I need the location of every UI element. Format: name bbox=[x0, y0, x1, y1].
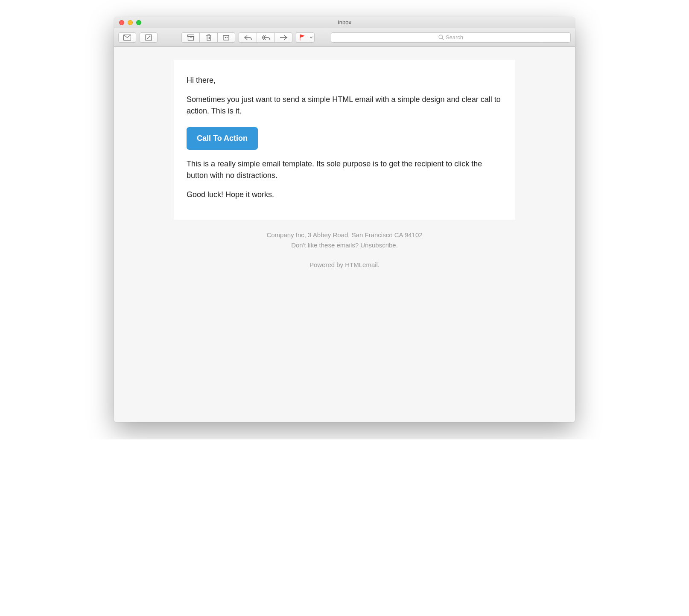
window-controls bbox=[114, 20, 141, 25]
unsubscribe-link[interactable]: Unsubscribe bbox=[360, 241, 396, 249]
email-greeting: Hi there, bbox=[187, 75, 502, 86]
titlebar: Inbox bbox=[114, 17, 575, 28]
search-placeholder: Search bbox=[446, 34, 463, 41]
window-title: Inbox bbox=[338, 19, 351, 26]
email-body: Hi there, Sometimes you just want to sen… bbox=[174, 60, 515, 220]
svg-line-8 bbox=[442, 38, 444, 40]
close-window-button[interactable] bbox=[119, 20, 124, 25]
mail-window: Inbox bbox=[114, 17, 575, 422]
toolbar: Search bbox=[114, 28, 575, 47]
minimize-window-button[interactable] bbox=[128, 20, 133, 25]
junk-button[interactable] bbox=[217, 32, 235, 43]
delete-button[interactable] bbox=[199, 32, 217, 43]
forward-icon bbox=[280, 35, 287, 40]
reply-icon bbox=[244, 35, 252, 40]
svg-point-7 bbox=[439, 35, 443, 39]
unsub-prefix: Don't like these emails? bbox=[291, 241, 360, 249]
reply-all-icon bbox=[262, 35, 270, 40]
powered-prefix: Powered by bbox=[309, 261, 345, 268]
svg-rect-5 bbox=[224, 35, 229, 40]
unsub-suffix: . bbox=[396, 241, 398, 249]
email-footer: Company Inc, 3 Abbey Road, San Francisco… bbox=[174, 220, 515, 280]
zoom-window-button[interactable] bbox=[136, 20, 141, 25]
archive-button[interactable] bbox=[181, 32, 199, 43]
forward-button[interactable] bbox=[274, 32, 292, 43]
envelope-icon bbox=[123, 35, 131, 41]
trash-icon bbox=[206, 34, 212, 41]
reply-button[interactable] bbox=[239, 32, 257, 43]
archive-icon bbox=[187, 35, 194, 41]
footer-unsubscribe-line: Don't like these emails? Unsubscribe. bbox=[178, 240, 511, 250]
svg-rect-3 bbox=[188, 36, 193, 40]
flag-dropdown-button[interactable] bbox=[308, 32, 315, 43]
footer-company-line: Company Inc, 3 Abbey Road, San Francisco… bbox=[178, 230, 511, 240]
search-icon bbox=[438, 35, 444, 40]
email-viewport: Hi there, Sometimes you just want to sen… bbox=[114, 47, 575, 422]
flag-group bbox=[296, 32, 315, 43]
powered-suffix: . bbox=[378, 261, 380, 268]
powered-by-link[interactable]: HTMLemail bbox=[345, 261, 378, 268]
flag-button[interactable] bbox=[296, 32, 308, 43]
footer-powered-line: Powered by HTMLemail. bbox=[178, 260, 511, 270]
reply-group bbox=[239, 32, 292, 43]
junk-icon bbox=[223, 34, 230, 41]
email-paragraph-1: Sometimes you just want to send a simple… bbox=[187, 94, 502, 117]
flag-icon bbox=[299, 34, 305, 41]
reply-all-button[interactable] bbox=[257, 32, 274, 43]
compose-icon bbox=[145, 34, 152, 41]
message-actions-group bbox=[181, 32, 235, 43]
email-content: Hi there, Sometimes you just want to sen… bbox=[187, 75, 502, 200]
email-signoff: Good luck! Hope it works. bbox=[187, 189, 502, 200]
search-input[interactable]: Search bbox=[331, 32, 571, 43]
get-new-mail-button[interactable] bbox=[118, 32, 136, 43]
email-paragraph-2: This is a really simple email template. … bbox=[187, 158, 502, 181]
compose-button[interactable] bbox=[140, 32, 158, 43]
chevron-down-icon bbox=[309, 36, 313, 39]
call-to-action-button[interactable]: Call To Action bbox=[187, 127, 258, 150]
